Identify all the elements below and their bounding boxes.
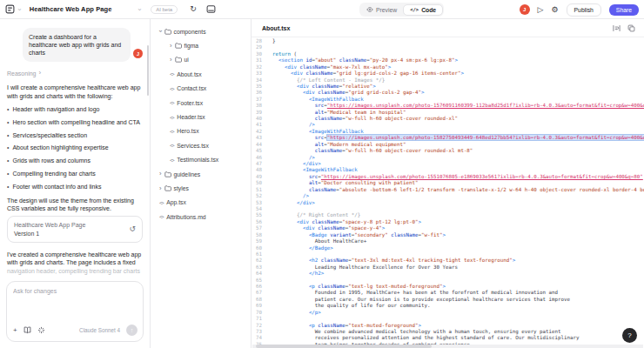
tree-file-hero-tsx[interactable]: <>Hero.tsx (151, 124, 251, 138)
code-line[interactable]: 72 <p className="text-muted-foreground"> (252, 323, 644, 329)
chevron-right-icon[interactable]: › (159, 185, 162, 192)
code-line[interactable]: 30 return ( (252, 51, 644, 57)
play-icon[interactable]: ▷ (538, 6, 544, 14)
code-line[interactable]: 52 /> (252, 193, 644, 199)
code-line[interactable]: 67 Founded in 1995, HealthCare+ has been… (252, 290, 644, 296)
code-line[interactable]: 48 <ImageWithFallback (252, 167, 644, 173)
code-toggle[interactable]: </> Code (403, 4, 443, 16)
chat-scrollbar[interactable] (147, 45, 149, 96)
tree-file-testimonials-tsx[interactable]: <>Testimonials.tsx (151, 153, 251, 167)
tree-folder-styles[interactable]: ›styles (151, 181, 251, 195)
publish-button[interactable]: Publish (567, 3, 601, 17)
line-number: 29 (252, 44, 266, 50)
code-line[interactable]: 61 (252, 251, 644, 258)
code-line[interactable]: 49 src="https://images.unsplash.com/phot… (252, 174, 644, 180)
add-attachment-icon[interactable]: + (13, 327, 17, 334)
code-line[interactable]: 38 src="https://images.unsplash.com/phot… (252, 103, 644, 109)
code-line[interactable]: 58 <Badge variant="secondary" className=… (252, 232, 644, 238)
line-number: 54 (252, 206, 266, 212)
code-line[interactable]: 33 <div className="grid lg:grid-cols-2 g… (252, 70, 644, 77)
app-logo-icon[interactable] (5, 4, 15, 14)
user-avatar[interactable]: J (520, 4, 530, 15)
code-line[interactable]: 47 </div> (252, 161, 644, 167)
tree-file-footer-tsx[interactable]: <>Footer.tsx (151, 96, 251, 110)
version-card[interactable]: Healthcare Web App Page Version 1 ↺ (7, 216, 143, 243)
code-line[interactable]: 28 } (252, 38, 644, 44)
code-line[interactable]: 66 <p className="text-lg text-muted-fore… (252, 284, 644, 290)
ask-for-changes-input[interactable] (13, 288, 137, 321)
code-line[interactable]: 57 <div className="space-y-4"> (252, 225, 644, 231)
model-label[interactable]: Claude Sonnet 4 (79, 327, 120, 333)
code-line[interactable]: 31 <section id="about" className="py-20 … (252, 57, 644, 64)
code-line[interactable]: 65 (252, 278, 644, 284)
code-line[interactable]: 74 receives personalized attention and t… (252, 335, 644, 341)
file-tree-panel: ›components›figma›ui<>About.tsx<>Contact… (151, 19, 252, 348)
book-icon[interactable] (23, 326, 31, 334)
chevron-down-icon[interactable]: › (16, 8, 23, 10)
code-line[interactable]: 51 className="absolute -bottom-6 left-1/… (252, 187, 644, 193)
restore-icon[interactable]: ↺ (129, 224, 136, 233)
code-line[interactable]: 60 </Badge> (252, 245, 644, 251)
code-line[interactable]: 68 patient care. Our mission is to provi… (252, 297, 644, 303)
code-line[interactable]: 59 About HealthCare+ (252, 238, 644, 244)
code-line[interactable]: 64 </h2> (252, 271, 644, 277)
chevron-down-icon[interactable]: › (158, 30, 164, 33)
code-line[interactable]: 41 /> (252, 122, 644, 128)
wrap-text-icon[interactable] (613, 24, 621, 32)
open-file-tab[interactable]: About.tsx (262, 25, 290, 31)
code-line[interactable]: 50 alt="Doctor consulting with patient" (252, 180, 644, 186)
code-line[interactable]: 45 className="w-full h-60 object-cover r… (252, 148, 644, 154)
code-line[interactable]: 73 We combine advanced medical technolog… (252, 329, 644, 335)
tree-folder-ui[interactable]: ›ui (151, 53, 251, 67)
code-line[interactable]: 32 <div className="max-w-7xl mx-auto"> (252, 64, 644, 70)
tree-file-services-tsx[interactable]: <>Services.tsx (151, 138, 251, 152)
chevron-right-icon[interactable]: › (170, 57, 172, 64)
code-line[interactable]: 63 Leading Healthcare Excellence for Ove… (252, 264, 644, 271)
chevron-right-icon[interactable]: › (159, 171, 162, 177)
preview-toggle[interactable]: Preview (360, 4, 403, 15)
line-number: 51 (252, 187, 266, 193)
code-line[interactable]: 46 /> (252, 155, 644, 161)
send-button[interactable]: ↑ (126, 325, 138, 336)
folder-icon (164, 171, 171, 177)
code-line[interactable]: 37 <ImageWithFallback (252, 97, 644, 103)
tree-file-header-tsx[interactable]: <>Header.tsx (151, 110, 251, 124)
code-line[interactable]: 56 <div className="space-y-8 pt-12 lg:pt… (252, 219, 644, 225)
help-button[interactable]: ? (622, 328, 637, 343)
code-line[interactable]: 69 the quality of life for our community… (252, 303, 644, 309)
code-line[interactable]: 34 {/* Left Content - Images */} (252, 77, 644, 84)
code-line[interactable]: 71 (252, 316, 644, 322)
tree-folder-components[interactable]: ›components (151, 24, 251, 38)
tree-file-app-tsx[interactable]: <>App.tsx (151, 196, 251, 210)
code-line[interactable]: 55 {/* Right Content */} (252, 212, 644, 218)
sparkle-icon[interactable] (37, 326, 45, 334)
code-line[interactable]: 39 alt="Medical team in hospital" (252, 110, 644, 116)
tree-folder-figma[interactable]: ›figma (151, 38, 251, 52)
line-number: 40 (252, 116, 266, 122)
code-line[interactable]: 62 <h2 className="text-3xl md:text-4xl t… (252, 258, 644, 264)
tree-file-about-tsx[interactable]: <>About.tsx (151, 67, 251, 81)
chevron-right-icon[interactable]: › (170, 43, 172, 50)
horizontal-scrollbar-thumb[interactable] (256, 345, 432, 348)
tree-folder-guidelines[interactable]: ›guidelines (151, 167, 251, 181)
share-button[interactable]: Share (609, 4, 639, 16)
code-line[interactable]: 43 src="https://images.unsplash.com/phot… (252, 135, 644, 141)
reasoning-toggle[interactable]: Reasoning › (7, 70, 143, 77)
code-line[interactable]: 70 </p> (252, 310, 644, 316)
refresh-icon[interactable]: ↻ (190, 5, 197, 13)
code-line[interactable]: 44 alt="Modern medical equipment" (252, 142, 644, 148)
code-line[interactable]: 54 (252, 206, 644, 212)
gear-icon[interactable]: ⚙ (551, 6, 558, 14)
code-line[interactable]: 53 </div> (252, 200, 644, 206)
tree-file-attributions-md[interactable]: <>Attributions.md (151, 210, 251, 224)
project-menu-chevron-icon[interactable]: › (136, 8, 143, 10)
code-line[interactable]: 35 <div className="relative"> (252, 84, 644, 90)
tree-file-contact-tsx[interactable]: <>Contact.tsx (151, 82, 251, 96)
copy-icon[interactable] (627, 24, 635, 32)
code-editor[interactable]: 28 }2930 return (31 <section id="about" … (252, 37, 644, 348)
panel-toggle-icon[interactable] (206, 4, 216, 14)
code-line[interactable]: 40 className="w-full h-60 object-cover r… (252, 116, 644, 122)
code-line[interactable]: 29 (252, 44, 644, 50)
code-line[interactable]: 36 <div className="grid grid-cols-2 gap-… (252, 90, 644, 96)
horizontal-scrollbar[interactable] (252, 345, 643, 348)
